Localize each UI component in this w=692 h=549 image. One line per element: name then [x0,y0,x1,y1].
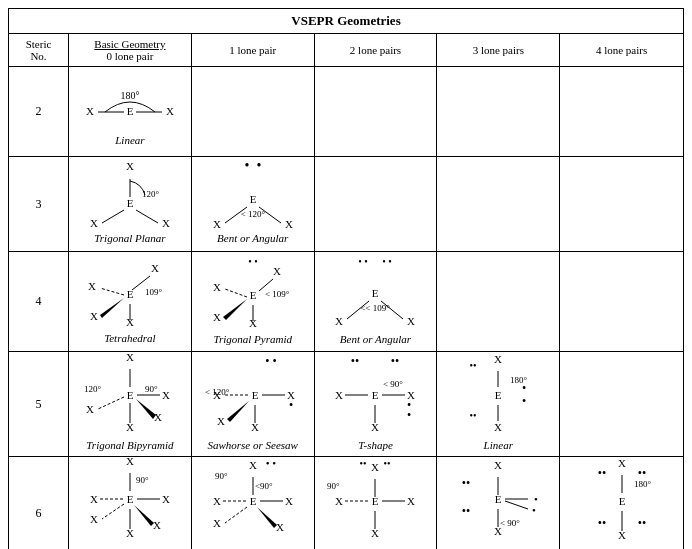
steric-6: 6 [9,457,69,549]
geo-6-1: • • 90° X <90° E X X X [192,457,315,549]
svg-text:X: X [151,262,159,274]
svg-text:• •: • • [265,457,276,469]
svg-text:•: • [289,398,293,412]
svg-text:X: X [153,519,161,531]
svg-text:X: X [372,421,380,433]
svg-text:E: E [251,389,258,401]
geo-name-trigonal-pyramid: Trigonal Pyramid [213,333,292,345]
svg-text:E: E [372,287,379,299]
steric-5: 5 [9,352,69,456]
svg-text:90°: 90° [327,481,340,491]
svg-text:••: •• [391,354,399,368]
header-basic-geometry: Basic Geometry 0 lone pair [69,34,192,66]
svg-text:••: •• [384,458,391,469]
svg-text:X: X [126,160,134,172]
svg-text:90°: 90° [145,384,158,394]
svg-text:X: X [285,218,293,230]
geo-3-0: X E 120° X X Trigonal Planar [69,157,192,251]
geo-name-linear-2: Linear [115,134,144,146]
svg-text:120°: 120° [84,384,102,394]
svg-marker-30 [100,298,124,318]
svg-text:109°: 109° [145,287,163,297]
svg-line-10 [102,210,124,223]
svg-text:••: •• [462,476,470,490]
svg-marker-72 [227,401,249,422]
svg-text:• •: • • [359,256,369,267]
svg-text:< 90°: < 90° [500,518,520,528]
svg-text:E: E [249,289,256,301]
geo-3-1: • • E < 120° X X Bent or Angular [192,157,315,251]
svg-text:X: X [162,389,170,401]
svg-text:X: X [213,517,221,529]
geo-6-0: X 90° E X X X X X [69,457,192,549]
geo-2-3 [437,67,560,156]
svg-text:E: E [372,389,379,401]
geo-4-3 [437,252,560,351]
geo-name-tetrahedral: Tetrahedral [104,332,156,344]
svg-text:X: X [90,493,98,505]
svg-text:X: X [162,493,170,505]
svg-line-145 [505,501,528,509]
svg-text:•: • [244,158,249,173]
svg-text:X: X [408,495,416,507]
svg-text:X: X [372,461,380,473]
svg-text:X: X [126,455,134,467]
geo-name-trigonal-bipyramid: Trigonal Bipyramid [86,439,173,451]
svg-line-124 [225,507,247,523]
svg-line-58 [98,397,124,409]
svg-text:E: E [127,288,134,300]
svg-text:E: E [618,495,625,507]
svg-text:X: X [213,389,221,401]
svg-text:X: X [494,353,502,365]
geo-5-0: X 120° 90° E X X X X [69,352,192,456]
svg-text:X: X [285,495,293,507]
svg-text:180°: 180° [120,90,139,101]
svg-text:••: •• [637,516,645,530]
svg-text:X: X [166,105,174,117]
geo-2-4 [560,67,683,156]
svg-text:X: X [213,311,221,323]
svg-text:X: X [372,527,380,539]
geo-6-3: •• •• E X • • X < 90° T-shape [437,457,560,549]
svg-text:E: E [249,495,256,507]
svg-line-11 [136,210,158,223]
geo-3-4 [560,157,683,251]
svg-text:X: X [90,217,98,229]
svg-text:X: X [618,457,626,469]
svg-text:X: X [126,421,134,433]
svg-text:X: X [213,218,221,230]
svg-marker-122 [257,507,277,528]
geo-4-2: • • • • E << 109° X X Bent or Angular [315,252,438,351]
svg-text:X: X [618,529,626,541]
svg-text:• •: • • [383,256,393,267]
vsepr-table: VSEPR Geometries Steric No. Basic Geomet… [8,8,684,549]
geo-2-2 [315,67,438,156]
steric-3: 3 [9,157,69,251]
svg-text:•: • [407,408,411,422]
geo-name-sawhorse-seesaw: Sawhorse or Seesaw [207,439,297,451]
svg-text:X: X [494,421,502,433]
svg-text:X: X [251,421,259,433]
svg-line-108 [102,504,124,519]
svg-text:X: X [154,411,162,423]
svg-text:X: X [126,527,134,539]
svg-text:X: X [213,281,221,293]
geo-2-1 [192,67,315,156]
header-row: Steric No. Basic Geometry 0 lone pair 1 … [9,34,683,67]
svg-text:X: X [336,495,344,507]
row-steric-3: 3 X E 120° X X [9,157,683,252]
svg-text:E: E [127,389,134,401]
svg-text:X: X [249,317,257,329]
geo-5-4 [560,352,683,456]
geo-6-2: •• •• 90° E X X X X Square Planar [315,457,438,549]
svg-text:••: •• [597,466,605,480]
geo-name-t-shape-5: T-shape [358,439,393,451]
svg-text:X: X [126,316,134,328]
svg-text:••: •• [470,410,477,421]
geo-2-0: 180° E X X Linear [69,67,192,156]
svg-text:••: •• [360,458,367,469]
geo-5-1: • • < 120° E X • X X X Sawhorse [192,352,315,456]
svg-text:••: •• [637,466,645,480]
svg-text:E: E [127,197,134,209]
svg-text:••: •• [470,360,477,371]
